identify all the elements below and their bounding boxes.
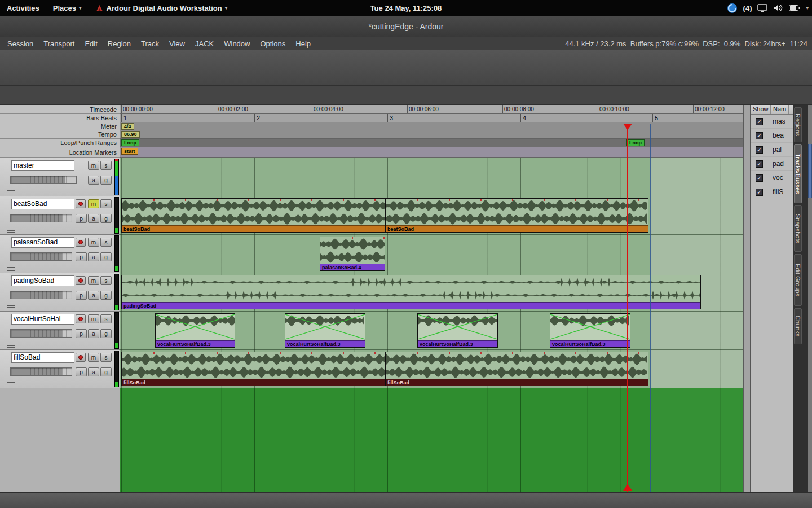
- jack-indicator-icon[interactable]: [727, 3, 738, 14]
- region-beatsobad[interactable]: beatSoBad: [385, 198, 648, 233]
- playhead-head-icon[interactable]: [623, 124, 632, 130]
- menu-region[interactable]: Region: [103, 38, 136, 49]
- group-button[interactable]: g: [100, 214, 112, 223]
- mute-button[interactable]: m: [88, 238, 99, 247]
- panel-col-show[interactable]: Show: [751, 105, 771, 114]
- solo-button[interactable]: s: [100, 199, 112, 208]
- panel-tab-snapshots[interactable]: Snapshots: [794, 205, 802, 252]
- meter-marker[interactable]: 4/4: [121, 123, 134, 130]
- visibility-checkbox[interactable]: ✓: [756, 146, 763, 154]
- region-vocalhurtsohalfbad-3[interactable]: vocalHurtSoHalfBad.3: [285, 313, 365, 348]
- track-visibility-row[interactable]: ✓pad: [751, 157, 793, 171]
- region-fillsobad[interactable]: fillSoBad: [385, 352, 648, 386]
- start-marker[interactable]: start: [121, 148, 138, 155]
- menu-jack[interactable]: JACK: [190, 38, 219, 49]
- volume-icon[interactable]: [773, 3, 783, 12]
- panel-col-name[interactable]: Nam: [771, 105, 789, 114]
- mute-button[interactable]: m: [88, 276, 99, 285]
- region-padingsobad[interactable]: padingSoBad: [121, 275, 701, 309]
- loop-end-marker[interactable]: Loop: [626, 139, 645, 146]
- polarity-button[interactable]: p: [76, 329, 87, 338]
- track-name-master[interactable]: master: [11, 160, 74, 171]
- record-arm-button[interactable]: [76, 238, 86, 247]
- session-end-line[interactable]: [650, 124, 651, 492]
- track-visibility-row[interactable]: ✓pal: [751, 143, 793, 157]
- chevron-down-icon[interactable]: ▾: [806, 5, 809, 11]
- activities-button[interactable]: Activities: [0, 0, 46, 16]
- group-button[interactable]: g: [100, 291, 112, 300]
- menu-window[interactable]: Window: [219, 38, 255, 49]
- track-visibility-row[interactable]: ✓mas: [751, 115, 793, 129]
- resize-grip[interactable]: [7, 267, 15, 271]
- automation-button[interactable]: a: [88, 367, 99, 376]
- notification-count[interactable]: (4): [743, 4, 752, 12]
- panel-tab-chunks[interactable]: Chunks: [794, 308, 802, 344]
- gain-fader[interactable]: [10, 176, 77, 184]
- track-visibility-row[interactable]: ✓voc: [751, 171, 793, 185]
- menu-help[interactable]: Help: [290, 38, 316, 49]
- track-name-vocalhurtsohal[interactable]: vocalHurtSoHal: [11, 314, 74, 325]
- track-name-fillsobad[interactable]: fillSoBad: [11, 352, 74, 363]
- mute-button[interactable]: m: [88, 199, 99, 208]
- tempo-marker[interactable]: 86.90: [121, 131, 140, 138]
- polarity-button[interactable]: p: [76, 291, 87, 300]
- gain-fader[interactable]: [10, 214, 72, 222]
- editor-canvas[interactable]: 00:00:00:0000:00:02:0000:00:04:0000:00:0…: [120, 105, 743, 492]
- menu-edit[interactable]: Edit: [80, 38, 102, 49]
- menu-view[interactable]: View: [164, 38, 190, 49]
- automation-button[interactable]: a: [88, 214, 99, 223]
- record-arm-button[interactable]: [76, 199, 86, 208]
- ruler-bars-beats[interactable]: 12345: [120, 114, 743, 122]
- track-visibility-row[interactable]: ✓fillS: [751, 185, 793, 199]
- solo-button[interactable]: s: [100, 238, 112, 247]
- track-visibility-row[interactable]: ✓bea: [751, 129, 793, 143]
- group-button[interactable]: g: [100, 329, 112, 338]
- resize-grip[interactable]: [7, 229, 15, 233]
- gain-fader[interactable]: [10, 291, 72, 299]
- visibility-checkbox[interactable]: ✓: [756, 160, 763, 168]
- region-fillsobad[interactable]: fillSoBad: [121, 352, 385, 386]
- mute-button[interactable]: m: [88, 314, 99, 323]
- region-vocalhurtsohalfbad-3[interactable]: vocalHurtSoHalfBad.3: [155, 313, 235, 348]
- menu-transport[interactable]: Transport: [38, 38, 80, 49]
- gain-fader[interactable]: [10, 252, 72, 261]
- window-title-bar[interactable]: *cuttingEdge - Ardour: [0, 16, 812, 37]
- region-vocalhurtsohalfbad-3[interactable]: vocalHurtSoHalfBad.3: [550, 313, 630, 348]
- record-arm-button[interactable]: [76, 276, 86, 285]
- resize-grip[interactable]: [7, 190, 15, 194]
- visibility-checkbox[interactable]: ✓: [756, 132, 763, 139]
- region-vocalhurtsohalfbad-3[interactable]: vocalHurtSoHalfBad.3: [417, 313, 498, 348]
- display-icon[interactable]: [757, 4, 767, 12]
- solo-button[interactable]: s: [100, 161, 112, 170]
- panel-tab-regions[interactable]: Regions: [794, 107, 802, 142]
- record-arm-button[interactable]: [76, 314, 86, 323]
- resize-grip[interactable]: [7, 382, 15, 386]
- region-palasansobad-4[interactable]: palasanSoBad.4: [320, 237, 385, 271]
- playhead[interactable]: [627, 124, 628, 492]
- solo-button[interactable]: s: [100, 353, 112, 362]
- menu-track[interactable]: Track: [136, 38, 164, 49]
- gain-fader[interactable]: [10, 367, 72, 376]
- polarity-button[interactable]: p: [76, 367, 87, 376]
- app-menu[interactable]: Ardour Digital Audio Workstation▾: [89, 0, 235, 16]
- battery-icon[interactable]: [789, 4, 800, 12]
- ruler-timecode[interactable]: 00:00:00:0000:00:02:0000:00:04:0000:00:0…: [120, 105, 743, 114]
- gnome-clock[interactable]: Tue 24 May, 11:25:08: [370, 4, 442, 12]
- group-button[interactable]: g: [100, 252, 112, 261]
- panel-scrollbar-thumb[interactable]: [808, 144, 812, 198]
- solo-button[interactable]: s: [100, 276, 112, 285]
- record-arm-button[interactable]: [76, 353, 86, 362]
- resize-grip[interactable]: [7, 344, 15, 348]
- resize-grip[interactable]: [7, 305, 15, 309]
- region-beatsobad[interactable]: beatSoBad: [121, 198, 385, 233]
- mute-button[interactable]: m: [88, 353, 99, 362]
- panel-tab-edit-groups[interactable]: Edit Groups: [794, 254, 802, 306]
- solo-button[interactable]: s: [100, 314, 112, 323]
- automation-button[interactable]: a: [88, 252, 99, 261]
- track-name-beatsobad[interactable]: beatSoBad: [11, 199, 74, 209]
- group-button[interactable]: g: [100, 176, 112, 185]
- menu-session[interactable]: Session: [2, 38, 38, 49]
- track-name-padingsobad[interactable]: padingSoBad: [11, 275, 74, 286]
- automation-button[interactable]: a: [88, 291, 99, 300]
- gain-fader[interactable]: [10, 329, 72, 338]
